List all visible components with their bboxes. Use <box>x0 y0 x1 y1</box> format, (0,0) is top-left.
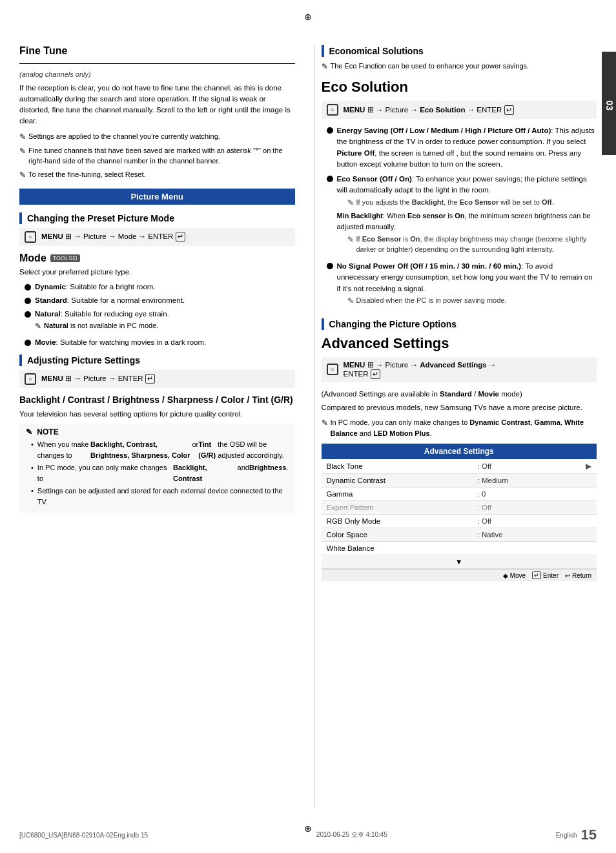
blue-bar-4 <box>322 318 324 330</box>
changing-picture-title: Changing the Picture Options <box>329 319 457 329</box>
table-cell-arrow <box>562 542 597 555</box>
eco-sensor-note1: ✎ If you adjusts the Backlight, the Eco … <box>347 198 597 209</box>
table-cell-value: : Off <box>473 515 562 528</box>
note-item-2: In PC mode, you can only make changes to… <box>31 462 289 484</box>
table-cell-name: White Balance <box>322 542 473 555</box>
table-cell-name: Gamma <box>322 488 473 501</box>
bullet-sensor <box>327 176 333 182</box>
note-title: ✎ NOTE <box>26 427 289 437</box>
enter-small-icon: ↵ <box>532 571 541 579</box>
mode-subtitle: Select your preferred picture type. <box>19 267 295 278</box>
pencil-icon-1: ✎ <box>19 131 26 143</box>
adjusting-title: Adjusting Picture Settings <box>27 355 140 365</box>
table-row: Black Tone : Off ▶ <box>322 459 597 474</box>
advanced-body1: (Advanced Settings are available in Stan… <box>322 389 597 400</box>
pencil-icon-note: ✎ <box>26 427 32 437</box>
table-cell-arrow: ▶ <box>562 459 597 474</box>
eco-items: Energy Saving (Off / Low / Medium / High… <box>322 125 597 309</box>
mode-item-movie: Movie: Suitable for watching movies in a… <box>25 337 295 348</box>
table-cell-arrow <box>562 528 597 542</box>
mode-list: Dynamic: Suitable for a bright room. Sta… <box>19 282 295 348</box>
note-list: When you make changes to Backlight, Cont… <box>26 439 289 507</box>
min-backlight-text: Min Backlight: When Eco sensor is On, th… <box>337 211 597 232</box>
pencil-icon-natural: ✎ <box>35 320 41 332</box>
note-item-3: Settings can be adjusted and stored for … <box>31 486 289 507</box>
side-tab: 03 Basic Features <box>602 52 616 155</box>
tools-badge: TOOLS⊡ <box>50 254 80 262</box>
blue-bar-1 <box>19 212 22 224</box>
enter-icon-4: ↵ <box>371 369 380 379</box>
fine-tune-note-3: ✎ To reset the fine-tuning, select Reset… <box>19 169 295 181</box>
footer-date: 2010-06-25 오후 4:10:45 <box>316 830 387 839</box>
changing-preset-header: Changing the Preset Picture Mode <box>19 212 295 224</box>
table-row: Expert Pattern : Off <box>322 501 597 515</box>
right-column: Economical Solutions ✎ The Eco Function … <box>314 45 597 808</box>
crosshair-top-icon: ⊕ <box>304 12 312 22</box>
enter-icon-2: ↵ <box>145 374 155 384</box>
mode-item-natural: Natural: Suitable for reducing eye strai… <box>25 309 295 334</box>
table-cell-value: : Medium <box>473 474 562 488</box>
table-cell-arrow <box>562 474 597 488</box>
diamond-icon: ◆ <box>503 572 508 579</box>
table-cell-value: : Native <box>473 528 562 542</box>
nav-enter: ↵ Enter <box>532 571 559 579</box>
mode-tools-row: Mode TOOLS⊡ <box>19 252 295 264</box>
fine-tune-title: Fine Tune <box>19 45 295 59</box>
adjusting-menu-text: MENU ⊞ → Picture → ENTER ↵ <box>41 374 155 384</box>
table-row: RGB Only Mode : Off <box>322 515 597 528</box>
pencil-icon-eco: ✎ <box>322 61 328 72</box>
table-footer: ◆ Move ↵ Enter ↩ Return <box>322 569 597 581</box>
table-cell-name: Black Tone <box>322 459 473 474</box>
mode-item-standard: Standard: Suitable for a normal environm… <box>25 295 295 306</box>
note-box: ✎ NOTE When you make changes to Backligh… <box>19 424 295 513</box>
changing-preset-menu-text: MENU ⊞ → Picture → Mode → ENTER ↵ <box>41 232 185 242</box>
table-header: Advanced Settings <box>322 444 597 459</box>
table-cell-arrow <box>562 488 597 501</box>
bullet-icon <box>25 311 31 318</box>
table-row: White Balance <box>322 542 597 555</box>
changing-picture-header: Changing the Picture Options <box>322 318 597 330</box>
changing-preset-menu-line: ⌂ MENU ⊞ → Picture → Mode → ENTER ↵ <box>19 228 295 246</box>
menu-icon-2: ⌂ <box>25 373 36 385</box>
table-row-arrow: ▼ <box>322 555 597 569</box>
mode-title: Mode <box>19 252 46 264</box>
adjusting-header: Adjusting Picture Settings <box>19 355 295 366</box>
nosignal-note: ✎ Disabled when the PC is in power savin… <box>347 296 597 307</box>
mode-section: Mode TOOLS⊡ Select your preferred pictur… <box>19 252 295 348</box>
enter-icon-1: ↵ <box>176 232 185 242</box>
fine-tune-section: Fine Tune (analog channels only) If the … <box>19 45 295 181</box>
eco-solution-menu-line: ⌂ MENU ⊞ → Picture → Eco Solution → ENTE… <box>322 101 597 119</box>
fine-tune-subtitle: (analog channels only) <box>19 69 295 80</box>
pencil-icon-2: ✎ <box>19 145 26 157</box>
return-icon: ↩ <box>565 572 570 579</box>
nav-move: ◆ Move <box>503 572 526 579</box>
left-column: Fine Tune (analog channels only) If the … <box>19 45 302 808</box>
page-number-row: English 15 <box>556 827 597 843</box>
backlight-title: Backlight / Contrast / Brightness / Shar… <box>19 395 295 405</box>
bullet-energy <box>327 127 333 134</box>
backlight-section: Backlight / Contrast / Brightness / Shar… <box>19 395 295 513</box>
table-cell-name: Color Space <box>322 528 473 542</box>
natural-note: ✎ Natural is not available in PC mode. <box>35 320 169 332</box>
table-cell-name: RGB Only Mode <box>322 515 473 528</box>
economical-header: Economical Solutions <box>322 45 597 57</box>
mode-item-dynamic: Dynamic: Suitable for a bright room. <box>25 282 295 293</box>
bullet-icon <box>25 298 31 304</box>
table-cell-value <box>473 542 562 555</box>
table-row: Gamma : 0 <box>322 488 597 501</box>
table-cell-value: : 0 <box>473 488 562 501</box>
table-cell-name: Expert Pattern <box>322 501 473 515</box>
changing-preset-title: Changing the Preset Picture Mode <box>27 213 174 223</box>
eco-solution-section: Eco Solution ⌂ MENU ⊞ → Picture → Eco So… <box>322 79 597 309</box>
bullet-icon <box>25 284 31 291</box>
page-footer: [UC6800_USA]BN68-02910A-02Eng.indb 15 20… <box>19 827 597 843</box>
menu-icon-3: ⌂ <box>327 104 338 116</box>
economical-section: Economical Solutions ✎ The Eco Function … <box>322 45 597 72</box>
advanced-settings-section: Advanced Settings ⌂ MENU ⊞ → Picture → A… <box>322 335 597 582</box>
eco-item-nosignal: No Signal Power Off (Off / 15 min. / 30 … <box>327 261 597 309</box>
table-row: Dynamic Contrast : Medium <box>322 474 597 488</box>
picture-menu-box: Picture Menu <box>19 189 295 205</box>
advanced-body2: Compared to previous models, new Samsung… <box>322 402 597 413</box>
eco-item-sensor: Eco Sensor (Off / On): To enhance your p… <box>327 174 597 257</box>
backlight-body: Your television has several setting opti… <box>19 409 295 420</box>
